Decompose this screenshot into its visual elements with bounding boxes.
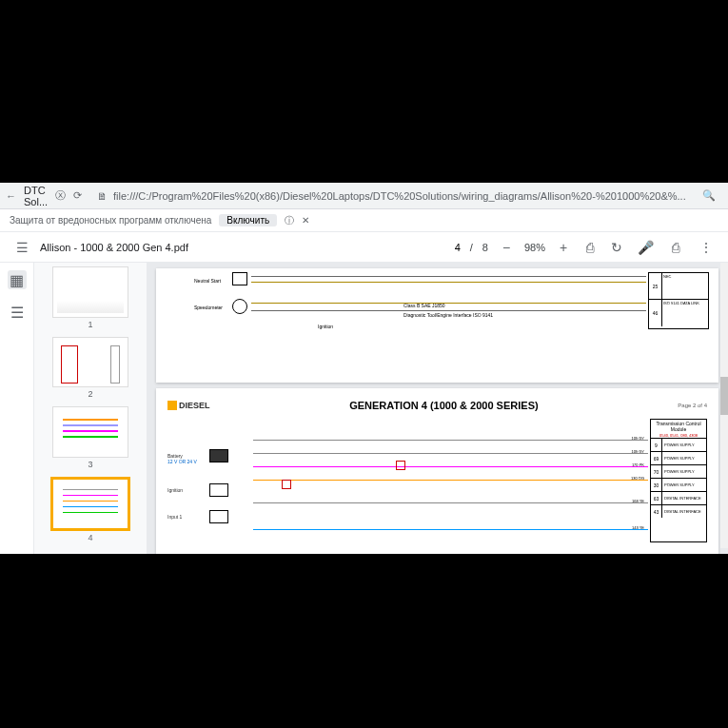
label-neutral-start: Neutral Start	[194, 278, 221, 284]
voice-icon[interactable]: 🎤	[637, 239, 654, 256]
tcm-module: Transmission Control Module 0540, 0541, …	[650, 419, 707, 542]
file-icon: 🗎	[97, 190, 108, 202]
thumb-num-2: 2	[88, 389, 92, 399]
neutral-start-icon	[232, 272, 247, 285]
label-diagnostic: Diagnostic Tool/Engine Interface ISO 914…	[403, 312, 493, 318]
tab-title: DTC Sol...	[24, 185, 48, 207]
fit-page-icon[interactable]: ⎙	[581, 239, 599, 256]
thumbnail-2[interactable]	[52, 337, 128, 388]
pdf-page-3: Neutral Start Speedometer Ignition Class…	[156, 268, 718, 383]
page-number: Page 2 of 4	[678, 403, 707, 408]
thumb-num-1: 1	[88, 320, 92, 329]
browser-toolbar: ← DTC Sol... ⓧ ⟳ 🗎 file:///C:/Program%20…	[0, 183, 728, 209]
scrollbar[interactable]	[720, 263, 728, 548]
thumbnails-tab[interactable]: ▦	[8, 270, 27, 289]
thumb-num-4: 4	[88, 533, 92, 542]
speedometer-icon	[232, 299, 247, 314]
thumb-num-3: 3	[88, 460, 92, 469]
zoom-in-button[interactable]: +	[555, 239, 572, 256]
total-pages: 8	[482, 242, 488, 253]
enable-button[interactable]: Включить	[219, 214, 277, 226]
page-separator: /	[470, 242, 473, 253]
outline-tab[interactable]: ☰	[8, 303, 27, 322]
label-speedometer: Speedometer	[194, 305, 223, 310]
thumbnail-1[interactable]	[52, 266, 128, 318]
zoom-out-button[interactable]: −	[498, 239, 515, 256]
wire	[253, 529, 648, 530]
label-input1: Input 1	[167, 514, 182, 520]
help-icon[interactable]: ⓘ	[285, 214, 294, 227]
input-icon	[209, 510, 228, 523]
battery-icon	[209, 449, 228, 462]
menu-icon[interactable]: ☰	[13, 239, 30, 256]
label-ignition: Ignition	[318, 324, 333, 329]
label-class-b: Class B SAE J1850	[403, 303, 445, 308]
label-ignition: Ignition	[167, 487, 183, 493]
tcm-header: Transmission Control Module	[651, 420, 706, 433]
security-info-bar: Защита от вредоносных программ отключена…	[0, 209, 728, 232]
sidebar: ▦ ☰	[0, 263, 34, 554]
fuse-icon	[282, 480, 291, 489]
ignition-icon	[209, 483, 228, 497]
wire	[251, 303, 646, 304]
reload-button[interactable]: ⟳	[73, 188, 82, 204]
info-message: Защита от вредоносных программ отключена	[10, 215, 211, 226]
diesel-logo: DIESEL	[167, 401, 210, 410]
close-info-icon[interactable]: ✕	[302, 215, 309, 226]
pdf-page-4: DIESEL GENERATION 4 (1000 & 2000 SERIES)…	[156, 388, 718, 554]
main-area: ▦ ☰ 1 2 3 4 Neutral Start Speedometer Ig…	[0, 263, 728, 554]
wiring-diagram: Transmission Control Module 0540, 0541, …	[167, 419, 707, 552]
fuse-icon	[396, 461, 405, 470]
rotate-icon[interactable]: ↻	[608, 239, 625, 256]
page-input[interactable]	[443, 242, 461, 253]
tab-close-icon[interactable]: ⓧ	[55, 188, 66, 204]
thumbnail-4[interactable]	[50, 477, 130, 532]
scroll-thumb[interactable]	[720, 377, 728, 415]
wire	[253, 480, 648, 481]
thumbnail-3[interactable]	[52, 406, 128, 458]
document-title: Allison - 1000 & 2000 Gen 4.pdf	[40, 242, 188, 253]
label-battery-sub: 12 V OR 24 V	[167, 459, 197, 464]
print-icon[interactable]: ⎙	[667, 239, 684, 256]
diagram-title: GENERATION 4 (1000 & 2000 SERIES)	[210, 400, 679, 411]
url-text: file:///C:/Program%20Files%20(x86)/Diese…	[113, 190, 686, 202]
wire	[253, 502, 648, 503]
wire	[253, 453, 648, 454]
search-icon[interactable]: 🔍	[701, 188, 717, 204]
wire	[253, 466, 648, 467]
pdf-content[interactable]: Neutral Start Speedometer Ignition Class…	[147, 263, 728, 554]
thumbnail-panel: 1 2 3 4	[34, 263, 147, 554]
pdf-toolbar: ☰ Allison - 1000 & 2000 Gen 4.pdf / 8 − …	[0, 232, 728, 263]
address-bar[interactable]: 🗎 file:///C:/Program%20Files%20(x86)/Die…	[89, 190, 694, 202]
zoom-level: 98%	[524, 242, 545, 253]
wire	[251, 310, 646, 311]
tcm-box-p3: 25NEC 46ISO 9141 DATA LINK	[648, 272, 709, 329]
wire	[251, 282, 646, 283]
back-button[interactable]: ←	[6, 188, 16, 204]
wire	[253, 440, 648, 441]
wire	[251, 276, 646, 277]
more-icon[interactable]: ⋮	[698, 239, 715, 256]
